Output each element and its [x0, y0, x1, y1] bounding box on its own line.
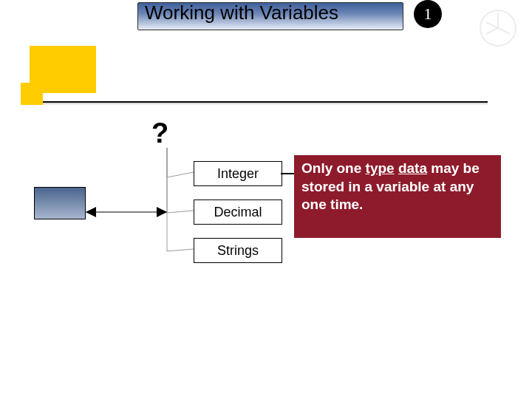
- divider-line: [43, 101, 488, 103]
- slide-number: 1: [424, 4, 432, 24]
- callout-connector: [281, 173, 294, 174]
- slide: Working with Variables 1 ? Integer Decim…: [0, 0, 532, 399]
- type-label-decimal: Decimal: [214, 205, 262, 220]
- logo-watermark: [476, 6, 520, 50]
- type-box-strings: Strings: [194, 238, 282, 263]
- callout-box: Only one type data may be stored in a va…: [294, 155, 501, 238]
- svg-marker-5: [157, 208, 167, 216]
- slide-number-badge: 1: [414, 0, 442, 28]
- callout-underline-type: type: [366, 160, 395, 176]
- accent-square-small: [21, 83, 43, 105]
- gear-logo-icon: [476, 6, 520, 50]
- type-box-decimal: Decimal: [194, 200, 282, 225]
- type-label-strings: Strings: [217, 243, 259, 259]
- svg-marker-4: [86, 208, 96, 216]
- type-box-integer: Integer: [194, 161, 282, 186]
- type-branch-lines: [161, 148, 194, 251]
- variable-box: [34, 187, 86, 219]
- type-label-integer: Integer: [217, 166, 259, 182]
- variable-connector: [86, 207, 167, 222]
- callout-text-prefix: Only one: [301, 160, 366, 176]
- slide-title: Working with Variables: [145, 1, 396, 24]
- callout-underline-data: data: [398, 160, 427, 176]
- question-mark: ?: [151, 117, 168, 149]
